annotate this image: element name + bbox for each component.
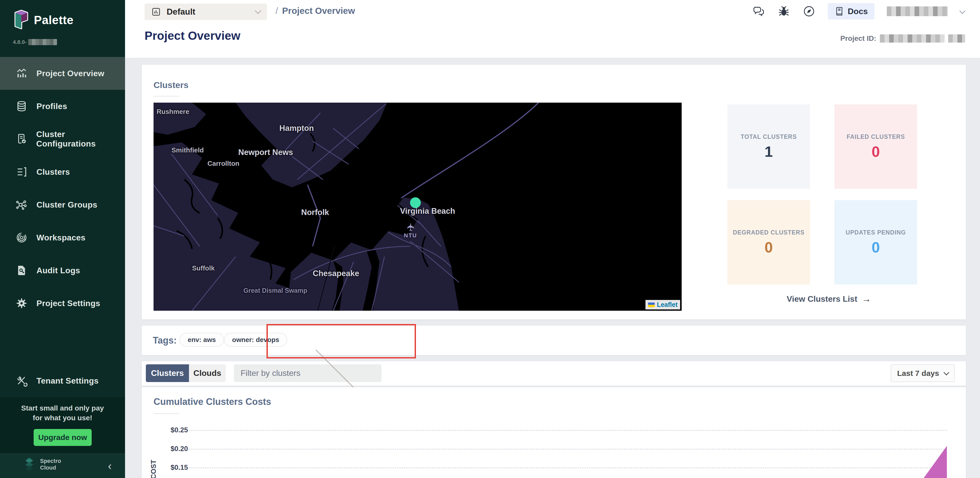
sidebar-item-cluster-configurations[interactable]: Cluster Configurations bbox=[0, 123, 125, 156]
breadcrumb-separator: / bbox=[275, 6, 278, 16]
upsell-banner: Start small and only pay for what you us… bbox=[0, 397, 125, 453]
map-label: Smithfield bbox=[172, 146, 204, 154]
sidebar-item-label: Cluster Groups bbox=[37, 200, 97, 210]
map-label: Chesapeake bbox=[313, 269, 359, 278]
bar-chart-icon bbox=[15, 67, 28, 79]
stat-card-updates-pending: UPDATES PENDING 0 bbox=[834, 200, 917, 284]
leaflet-attribution[interactable]: Leaflet bbox=[646, 300, 680, 310]
spectro-cloud-logo-text: Spectro Cloud bbox=[40, 458, 61, 471]
date-range-value: Last 7 days bbox=[897, 369, 939, 378]
mini-chart-icon bbox=[151, 7, 161, 17]
airplane-icon: ✈ bbox=[405, 223, 417, 232]
chevron-down-icon bbox=[255, 8, 261, 14]
stat-value: 0 bbox=[872, 238, 880, 256]
clusters-map[interactable]: Rushmere Hampton Smithfield Newport News… bbox=[154, 103, 682, 311]
filter-placeholder: Filter by clusters bbox=[240, 368, 307, 378]
book-icon bbox=[834, 6, 844, 16]
sidebar-item-workspaces[interactable]: Workspaces bbox=[0, 221, 125, 254]
tags-label: Tags: bbox=[153, 335, 177, 346]
sidebar-item-clusters[interactable]: Clusters bbox=[0, 156, 125, 188]
project-selector-value: Default bbox=[167, 7, 250, 17]
docs-button-label: Docs bbox=[848, 7, 868, 16]
tab-clouds[interactable]: Clouds bbox=[189, 364, 226, 382]
version-label: 4.8.0- bbox=[13, 39, 57, 45]
stat-card-failed-clusters: FAILED CLUSTERS 0 bbox=[834, 105, 917, 189]
tag-pill-env-aws[interactable]: env: aws bbox=[180, 333, 224, 347]
main-area: Default / Project Overview bbox=[125, 0, 980, 478]
sidebar-footer: Spectro Cloud ‹ bbox=[0, 453, 125, 478]
sidebar-item-cluster-groups[interactable]: Cluster Groups bbox=[0, 188, 125, 221]
sidebar-item-label: Tenant Settings bbox=[37, 376, 99, 386]
sidebar-item-label: Cluster Configurations bbox=[36, 130, 125, 149]
gear-icon bbox=[15, 297, 28, 310]
map-label: Carrollton bbox=[207, 160, 239, 168]
tag-pill-owner-devops[interactable]: owner: devops bbox=[224, 333, 287, 347]
cumulative-costs-card: Cumulative Clusters Costs $0.25 $0.20 $0… bbox=[142, 387, 966, 478]
date-range-selector[interactable]: Last 7 days bbox=[891, 364, 955, 382]
title-divider bbox=[154, 96, 179, 97]
docs-button[interactable]: Docs bbox=[828, 3, 875, 19]
cost-area-chart bbox=[142, 387, 966, 478]
chevron-down-icon bbox=[943, 370, 949, 375]
cost-area-series bbox=[912, 446, 947, 478]
cluster-marker[interactable] bbox=[410, 197, 421, 208]
map-label: Virginia Beach bbox=[400, 206, 455, 216]
sidebar-item-label: Clusters bbox=[37, 167, 70, 177]
list-icon bbox=[15, 166, 28, 178]
stat-label: DEGRADED CLUSTERS bbox=[733, 229, 805, 236]
sidebar-item-label: Profiles bbox=[37, 102, 67, 111]
page-title: Project Overview bbox=[145, 29, 240, 43]
upgrade-now-button[interactable]: Upgrade now bbox=[33, 429, 92, 446]
spectro-cloud-logo-icon bbox=[22, 457, 36, 472]
redacted-project-id-suffix bbox=[948, 34, 965, 43]
map-label: Rushmere bbox=[157, 108, 189, 116]
sidebar-item-label: Workspaces bbox=[37, 233, 86, 243]
document-check-icon bbox=[15, 133, 27, 145]
project-selector[interactable]: Default bbox=[145, 3, 267, 20]
stat-value: 1 bbox=[765, 143, 773, 160]
stat-value: 0 bbox=[872, 143, 880, 160]
upsell-text: Start small and only pay for what you us… bbox=[0, 403, 125, 423]
tab-clusters[interactable]: Clusters bbox=[146, 364, 189, 382]
sidebar-item-label: Project Overview bbox=[37, 69, 105, 78]
palette-logo: Palette bbox=[14, 10, 73, 30]
clusters-card: Clusters bbox=[142, 65, 966, 319]
chat-icon[interactable] bbox=[752, 5, 765, 18]
redacted-version bbox=[28, 39, 57, 45]
view-clusters-list-link[interactable]: View Clusters List → bbox=[787, 294, 871, 304]
sidebar-item-project-overview[interactable]: Project Overview bbox=[0, 57, 125, 90]
sidebar-item-project-settings[interactable]: Project Settings bbox=[0, 287, 125, 320]
palette-logo-text: Palette bbox=[34, 13, 73, 27]
ukraine-flag-icon bbox=[648, 302, 655, 307]
tags-bar: Tags: env: aws owner: devops bbox=[142, 326, 966, 355]
project-id-label: Project ID: bbox=[840, 34, 876, 43]
redacted-username[interactable] bbox=[887, 6, 948, 16]
user-menu-chevron-icon[interactable] bbox=[959, 8, 966, 14]
sidebar-item-tenant-settings[interactable]: Tenant Settings bbox=[0, 364, 125, 397]
sidebar-item-label: Project Settings bbox=[37, 299, 100, 308]
stat-card-total-clusters: TOTAL CLUSTERS 1 bbox=[727, 105, 810, 189]
stat-card-degraded-clusters: DEGRADED CLUSTERS 0 bbox=[727, 200, 810, 284]
bug-icon[interactable] bbox=[778, 5, 790, 18]
arrow-right-icon: → bbox=[862, 294, 871, 304]
filter-bar: Clusters Clouds Filter by clusters Last … bbox=[142, 361, 966, 386]
orbit-icon bbox=[15, 232, 28, 244]
airport-code-label: NTU bbox=[404, 232, 417, 239]
view-clusters-list-label: View Clusters List bbox=[787, 294, 857, 304]
palette-logo-icon bbox=[14, 10, 29, 30]
breadcrumb-current[interactable]: Project Overview bbox=[282, 6, 355, 16]
breadcrumb: / Project Overview bbox=[275, 6, 355, 16]
stat-value: 0 bbox=[765, 238, 773, 256]
sidebar-item-profiles[interactable]: Profiles bbox=[0, 90, 125, 123]
map-label: Newport News bbox=[238, 148, 293, 157]
filter-by-clusters-select[interactable]: Filter by clusters bbox=[234, 364, 382, 382]
sidebar-item-audit-logs[interactable]: Audit Logs bbox=[0, 254, 125, 287]
stat-label: UPDATES PENDING bbox=[846, 229, 906, 236]
sidebar-collapse-button[interactable]: ‹ bbox=[108, 460, 112, 472]
compass-icon[interactable] bbox=[803, 5, 815, 18]
topbar-actions: Docs bbox=[752, 3, 965, 19]
stat-label: TOTAL CLUSTERS bbox=[741, 133, 797, 140]
spectro-cloud-logo: Spectro Cloud bbox=[22, 457, 61, 472]
database-icon bbox=[15, 100, 28, 113]
redacted-project-id bbox=[880, 34, 945, 43]
